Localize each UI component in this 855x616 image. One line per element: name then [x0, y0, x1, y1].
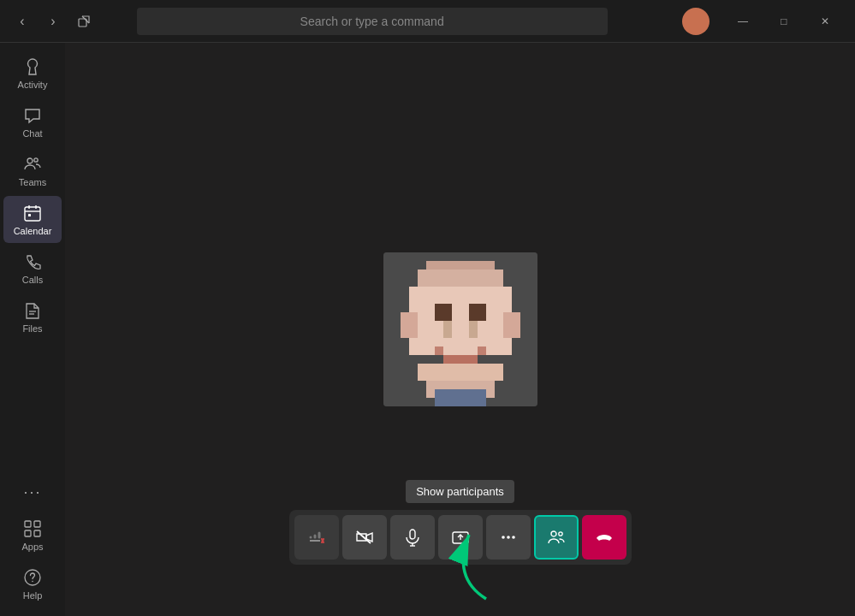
svg-rect-29 [409, 338, 512, 355]
new-window-button[interactable] [72, 9, 96, 33]
svg-rect-35 [435, 389, 486, 406]
svg-rect-12 [34, 521, 40, 527]
window-controls: — □ ✕ [723, 8, 845, 35]
svg-rect-11 [25, 521, 31, 527]
signal-button[interactable] [294, 515, 339, 560]
help-icon [22, 567, 43, 588]
minimize-button[interactable]: — [723, 8, 763, 35]
sidebar-item-apps[interactable]: Apps [3, 512, 62, 559]
svg-point-16 [32, 581, 33, 583]
maximize-button[interactable]: □ [764, 8, 804, 35]
forward-button[interactable]: › [41, 9, 65, 33]
svg-rect-22 [435, 304, 452, 321]
sidebar-item-calls[interactable]: Calls [3, 245, 62, 292]
sidebar-item-teams[interactable]: Teams [3, 147, 62, 194]
svg-rect-14 [34, 530, 40, 536]
title-bar: ‹ › — □ ✕ [0, 0, 855, 43]
arrow-indicator [426, 526, 529, 603]
main-area: Activity Chat Teams [0, 43, 855, 616]
svg-line-1 [82, 16, 89, 23]
back-button[interactable]: ‹ [10, 9, 34, 33]
svg-rect-26 [409, 321, 512, 338]
calls-label: Calls [22, 275, 43, 285]
svg-rect-30 [435, 346, 443, 355]
svg-point-54 [558, 532, 561, 536]
sidebar-item-calendar[interactable]: Calendar [3, 196, 62, 243]
sidebar-item-activity[interactable]: Activity [3, 50, 62, 97]
svg-rect-20 [409, 287, 512, 304]
sidebar: Activity Chat Teams [0, 43, 65, 616]
svg-rect-27 [443, 321, 452, 338]
svg-rect-4 [25, 207, 40, 221]
video-toggle-button[interactable] [342, 515, 387, 560]
activity-icon [22, 56, 43, 77]
hang-up-button[interactable] [582, 515, 626, 560]
svg-rect-31 [478, 346, 486, 355]
close-button[interactable]: ✕ [805, 8, 845, 35]
teams-label: Teams [19, 177, 46, 187]
apps-label: Apps [21, 542, 43, 552]
calendar-icon [22, 203, 43, 223]
sidebar-item-help[interactable]: Help [3, 560, 62, 607]
sidebar-item-files[interactable]: Files [3, 293, 62, 341]
call-area: Show participants [65, 43, 855, 616]
svg-point-2 [27, 158, 33, 163]
svg-rect-13 [25, 530, 31, 536]
svg-point-53 [551, 531, 556, 536]
svg-rect-32 [443, 355, 478, 364]
activity-label: Activity [18, 80, 48, 90]
svg-rect-45 [410, 530, 415, 539]
search-input[interactable] [137, 8, 608, 35]
files-icon [22, 300, 43, 321]
svg-rect-23 [452, 304, 469, 321]
teams-icon [22, 154, 43, 175]
more-dots[interactable]: ··· [16, 477, 48, 508]
svg-rect-33 [418, 364, 503, 381]
svg-rect-36 [401, 312, 418, 338]
avatar [682, 8, 710, 35]
chat-icon [22, 105, 43, 126]
help-label: Help [23, 590, 43, 601]
svg-rect-28 [469, 321, 478, 338]
participants-tooltip: Show participants [406, 480, 514, 503]
svg-rect-8 [28, 214, 31, 216]
apps-icon [22, 518, 43, 539]
calls-icon [22, 252, 43, 272]
svg-rect-19 [418, 270, 503, 287]
files-label: Files [22, 323, 42, 334]
svg-point-3 [34, 158, 38, 162]
chat-label: Chat [22, 128, 42, 139]
participant-video [383, 252, 537, 406]
sidebar-item-chat[interactable]: Chat [3, 98, 62, 145]
show-participants-button[interactable] [534, 515, 579, 560]
svg-rect-37 [503, 312, 520, 338]
svg-line-44 [357, 531, 371, 543]
calendar-label: Calendar [14, 226, 52, 236]
svg-rect-24 [469, 304, 486, 321]
